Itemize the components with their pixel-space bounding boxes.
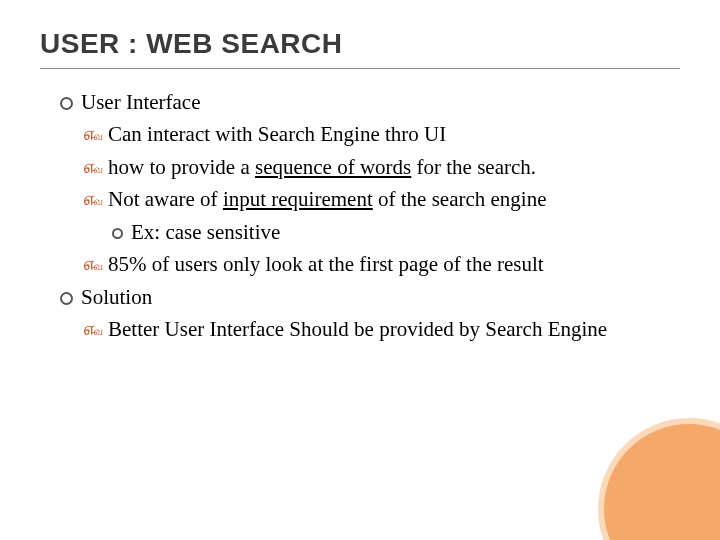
slide-title: USER : WEB SEARCH (0, 0, 720, 66)
list-item: ௷ Can interact with Search Engine thro U… (84, 119, 660, 149)
swirl-bullet-icon: ௷ (84, 249, 104, 278)
item-label: Solution (81, 282, 660, 312)
ring-bullet-icon (112, 228, 123, 239)
item-text: Ex: case sensitive (131, 217, 660, 247)
list-item: Ex: case sensitive (112, 217, 660, 247)
item-text: Better User Interface Should be provided… (108, 314, 660, 344)
item-text: 85% of users only look at the first page… (108, 249, 660, 279)
list-item: ௷ 85% of users only look at the first pa… (84, 249, 660, 279)
decorative-corner-circle (598, 418, 720, 540)
ring-bullet-icon (60, 97, 73, 110)
list-item: ௷ Better User Interface Should be provid… (84, 314, 660, 344)
slide: USER : WEB SEARCH User Interface ௷ Can i… (0, 0, 720, 540)
swirl-bullet-icon: ௷ (84, 184, 104, 213)
swirl-bullet-icon: ௷ (84, 119, 104, 148)
list-item: ௷ Not aware of input requirement of the … (84, 184, 660, 214)
item-text: how to provide a sequence of words for t… (108, 152, 660, 182)
ring-bullet-icon (60, 292, 73, 305)
item-text: Not aware of input requirement of the se… (108, 184, 660, 214)
text-run: how to provide a (108, 155, 255, 179)
text-run: Not aware of (108, 187, 223, 211)
swirl-bullet-icon: ௷ (84, 152, 104, 181)
item-label: User Interface (81, 87, 660, 117)
underlined-text: input requirement (223, 187, 373, 211)
underlined-text: sequence of words (255, 155, 411, 179)
list-item: ௷ how to provide a sequence of words for… (84, 152, 660, 182)
text-run: of the search engine (373, 187, 547, 211)
slide-content: User Interface ௷ Can interact with Searc… (0, 69, 720, 345)
list-item: User Interface (60, 87, 660, 117)
text-run: Can interact with Search Engine thro UI (108, 122, 446, 146)
text-run: for the search. (411, 155, 536, 179)
item-text: Can interact with Search Engine thro UI (108, 119, 660, 149)
swirl-bullet-icon: ௷ (84, 314, 104, 343)
list-item: Solution (60, 282, 660, 312)
